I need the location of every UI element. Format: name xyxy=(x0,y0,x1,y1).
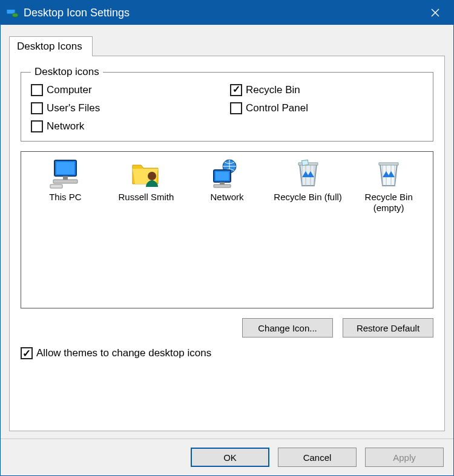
preview-recycle-bin-empty[interactable]: Recycle Bin (empty) xyxy=(352,159,425,214)
preview-this-pc[interactable]: This PC xyxy=(29,159,102,203)
window-title: Desktop Icon Settings xyxy=(24,7,422,19)
svg-rect-13 xyxy=(215,172,229,180)
user-folder-icon xyxy=(129,159,163,189)
checkbox-allow-themes[interactable]: ✓ Allow themes to change desktop icons xyxy=(21,347,433,359)
checkbox-box xyxy=(230,102,242,114)
icon-preview-list: This PC Russell Smith xyxy=(21,151,433,308)
tabpage: Desktop icons Computer Recycle Bin User'… xyxy=(9,56,445,431)
checkbox-label: Allow themes to change desktop icons xyxy=(36,347,211,359)
dialog-footer: OK Cancel Apply xyxy=(1,439,453,475)
svg-rect-7 xyxy=(63,176,68,180)
checkbox-box xyxy=(31,84,43,96)
ok-button[interactable]: OK xyxy=(191,448,269,467)
checkbox-box xyxy=(31,102,43,114)
preview-network[interactable]: Network xyxy=(191,159,263,203)
tab-desktop-icons[interactable]: Desktop Icons xyxy=(9,36,93,56)
svg-point-10 xyxy=(148,172,156,180)
preview-label: Recycle Bin (full) xyxy=(274,192,342,203)
preview-recycle-bin-full[interactable]: Recycle Bin (full) xyxy=(272,159,344,203)
dialog-window: Desktop Icon Settings Desktop Icons Desk… xyxy=(0,0,454,476)
checkbox-label: Recycle Bin xyxy=(246,84,300,96)
close-button[interactable] xyxy=(422,1,449,25)
apply-button[interactable]: Apply xyxy=(365,448,444,467)
preview-label: Network xyxy=(210,192,243,203)
checkbox-label: Computer xyxy=(47,84,92,96)
svg-rect-15 xyxy=(214,184,231,187)
checkbox-label: User's Files xyxy=(47,102,100,114)
change-icon-button[interactable]: Change Icon... xyxy=(242,318,333,337)
group-legend: Desktop icons xyxy=(31,66,103,78)
cancel-button[interactable]: Cancel xyxy=(278,448,357,467)
restore-default-button[interactable]: Restore Default xyxy=(343,318,433,337)
svg-rect-9 xyxy=(50,184,62,188)
checkbox-label: Control Panel xyxy=(246,102,308,114)
titlebar: Desktop Icon Settings xyxy=(1,1,453,25)
checkbox-recycle-bin[interactable]: Recycle Bin xyxy=(230,84,423,96)
checkbox-box xyxy=(230,84,242,96)
checkbox-network[interactable]: Network xyxy=(31,120,224,132)
app-icon xyxy=(5,6,19,19)
this-pc-icon xyxy=(48,159,82,189)
recycle-bin-full-icon xyxy=(291,159,325,189)
group-desktop-icons: Desktop icons Computer Recycle Bin User'… xyxy=(21,66,433,142)
client-area: Desktop Icons Desktop icons Computer Rec… xyxy=(1,25,453,439)
preview-user-folder[interactable]: Russell Smith xyxy=(110,159,182,203)
checkbox-control-panel[interactable]: Control Panel xyxy=(230,102,423,114)
svg-rect-1 xyxy=(7,8,15,10)
checkbox-users-files[interactable]: User's Files xyxy=(31,102,224,114)
checkbox-box: ✓ xyxy=(21,347,33,359)
network-icon xyxy=(210,159,244,189)
tabstrip: Desktop Icons xyxy=(9,36,445,56)
svg-rect-14 xyxy=(220,182,225,184)
recycle-bin-empty-icon xyxy=(372,159,406,189)
preview-label: This PC xyxy=(49,192,81,203)
svg-rect-8 xyxy=(53,180,77,183)
preview-label: Recycle Bin (empty) xyxy=(352,192,425,214)
svg-rect-16 xyxy=(301,160,308,165)
svg-point-2 xyxy=(12,13,18,18)
svg-rect-6 xyxy=(56,162,74,174)
checkbox-computer[interactable]: Computer xyxy=(31,84,224,96)
preview-label: Russell Smith xyxy=(119,192,174,203)
checkbox-label: Network xyxy=(47,120,84,132)
checkbox-box xyxy=(31,120,43,132)
icon-action-row: Change Icon... Restore Default xyxy=(21,318,433,337)
